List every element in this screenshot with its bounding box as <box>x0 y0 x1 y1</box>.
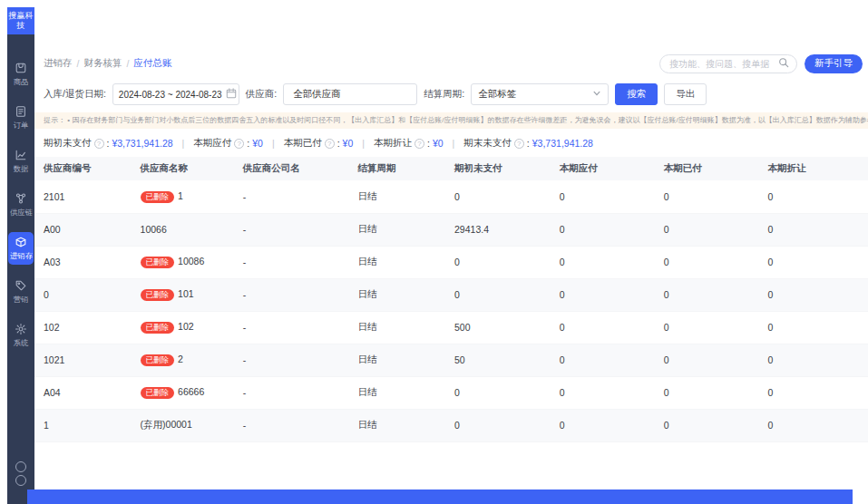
bottom-scrollbar[interactable] <box>27 489 853 504</box>
summary-value: ¥0 <box>343 138 354 149</box>
info-circle-icon[interactable] <box>325 139 335 149</box>
sidebar-nav: 商品 订单 数据 供应链 进销存 营销 系统 <box>7 58 34 352</box>
period-select[interactable]: 全部标签 <box>471 83 609 105</box>
cell-supplier-code: 102 <box>34 311 132 344</box>
sidebar: 搜赢科技 商品 订单 数据 供应链 进销存 营销 系统 <box>7 7 34 504</box>
breadcrumb-item[interactable]: 财务核算 <box>83 57 122 70</box>
column-header: 本期已付 <box>655 157 759 180</box>
cell-current-paid: 0 <box>655 409 759 441</box>
table-row[interactable]: 1021已删除2-日结50000 <box>34 344 868 376</box>
summary-value: ¥0 <box>252 138 263 149</box>
sidebar-item-data[interactable]: 数据 <box>8 145 34 178</box>
sidebar-item-marketing[interactable]: 营销 <box>8 276 34 308</box>
cell-current-discount: 0 <box>759 344 868 376</box>
cell-settlement-cycle: 日结 <box>348 180 445 213</box>
data-chart-icon <box>15 149 27 161</box>
app-logo: 搜赢科技 <box>7 7 34 34</box>
table-row[interactable]: A03已删除10086-日结0000 <box>34 246 868 278</box>
magnifier-icon[interactable] <box>778 55 789 72</box>
summary-label: 本期应付 <box>193 137 231 150</box>
summary-item: 本期折让:¥0 <box>374 137 444 150</box>
sidebar-item-label: 供应链 <box>10 208 33 218</box>
cell-supplier-code: 1 <box>34 409 132 441</box>
info-circle-icon[interactable] <box>94 139 104 149</box>
cell-company-name: - <box>234 409 349 441</box>
payable-ledger-table: 供应商编号供应商名称供应商公司名结算周期期初未支付本期应付本期已付本期折让 21… <box>34 157 868 442</box>
column-header: 本期折让 <box>759 157 868 180</box>
column-header: 供应商编号 <box>34 157 132 180</box>
cell-supplier-code: 2101 <box>34 180 132 213</box>
cell-company-name: - <box>234 180 349 213</box>
sidebar-item-goods[interactable]: 商品 <box>8 58 34 91</box>
search-button[interactable]: 搜索 <box>615 83 658 105</box>
supplier-input[interactable] <box>291 88 409 101</box>
cell-current-payable: 0 <box>551 213 655 246</box>
cell-supplier-code: A03 <box>34 246 132 278</box>
cell-current-discount: 0 <box>759 409 868 441</box>
column-header: 期初未支付 <box>445 157 551 180</box>
cell-opening-unpaid: 0 <box>445 409 551 441</box>
cell-current-paid: 0 <box>655 278 759 311</box>
cell-settlement-cycle: 日结 <box>348 246 445 278</box>
summary-value: ¥0 <box>433 138 444 149</box>
global-search <box>659 54 797 73</box>
table-row[interactable]: A04已删除66666-日结0000 <box>34 376 868 409</box>
sidebar-item-supply[interactable]: 供应链 <box>8 189 34 221</box>
info-circle-icon[interactable] <box>514 139 524 149</box>
breadcrumb-item[interactable]: 进销存 <box>44 57 73 70</box>
calendar-icon <box>226 88 237 101</box>
cell-company-name: - <box>234 213 349 246</box>
summary-colon: : <box>107 138 110 149</box>
cell-opening-unpaid: 0 <box>445 246 551 278</box>
sidebar-bottom-icon[interactable] <box>15 475 26 486</box>
table-row[interactable]: 2101已删除1-日结0000 <box>34 180 868 213</box>
summary-label: 本期折让 <box>374 137 412 150</box>
cell-current-paid: 0 <box>655 246 759 278</box>
export-button[interactable]: 导出 <box>664 83 707 105</box>
cell-settlement-cycle: 日结 <box>348 344 445 376</box>
summary-colon: : <box>247 138 249 149</box>
table-row[interactable]: 102已删除102-日结500000 <box>34 311 868 344</box>
sidebar-item-order[interactable]: 订单 <box>8 102 34 134</box>
date-range-picker[interactable]: 2024-08-23 ~ 2024-08-23 <box>112 83 239 105</box>
sidebar-item-label: 系统 <box>14 338 29 349</box>
cell-opening-unpaid: 50 <box>445 344 551 376</box>
summary-item: 期初未支付:¥3,731,941.28 <box>44 137 173 150</box>
sidebar-item-inventory[interactable]: 进销存 <box>8 232 34 265</box>
cell-supplier-name: 已删除102 <box>132 311 234 344</box>
cell-current-payable: 0 <box>551 376 655 409</box>
table-row[interactable]: A0010066-日结29413.4000 <box>34 213 868 246</box>
cell-company-name: - <box>234 246 349 278</box>
summary-item: 本期已付:¥0 <box>284 137 354 150</box>
summary-colon: : <box>427 138 430 149</box>
info-circle-icon[interactable] <box>234 139 244 149</box>
summary-label: 期初未支付 <box>44 137 92 150</box>
main-content: 进销存/财务核算/应付总账 新手引导 入库/退货日期: 2024-08-23 ~… <box>34 0 868 504</box>
supplier-filter <box>283 83 417 105</box>
sidebar-bottom-icon[interactable] <box>15 461 26 472</box>
cell-current-discount: 0 <box>759 246 868 278</box>
deleted-badge: 已删除 <box>141 191 175 203</box>
deleted-badge: 已删除 <box>141 322 175 334</box>
cell-current-paid: 0 <box>655 376 759 409</box>
date-range-value: 2024-08-23 ~ 2024-08-23 <box>119 90 222 100</box>
cell-opening-unpaid: 0 <box>445 180 551 213</box>
cell-supplier-name: 已删除1 <box>132 180 234 213</box>
sidebar-item-label: 商品 <box>14 77 29 88</box>
cell-company-name: - <box>234 278 349 311</box>
cell-supplier-name: 10066 <box>132 213 234 246</box>
table-row[interactable]: 0已删除101-日结0000 <box>34 278 868 311</box>
summary-colon: : <box>527 138 530 149</box>
gear-icon <box>15 323 27 335</box>
filter-bar: 入库/退货日期: 2024-08-23 ~ 2024-08-23 供应商: 结算… <box>44 83 863 105</box>
sidebar-item-system[interactable]: 系统 <box>8 319 34 352</box>
info-circle-icon[interactable] <box>414 139 424 149</box>
guide-button[interactable]: 新手引导 <box>805 54 863 73</box>
cell-current-discount: 0 <box>759 278 868 311</box>
period-select-value: 全部标签 <box>478 88 516 101</box>
cell-current-paid: 0 <box>655 344 759 376</box>
global-search-input[interactable] <box>668 58 775 70</box>
cell-settlement-cycle: 日结 <box>348 278 445 311</box>
cell-settlement-cycle: 日结 <box>348 311 445 344</box>
table-row[interactable]: 1(弃用)00001-日结0000 <box>34 409 868 441</box>
